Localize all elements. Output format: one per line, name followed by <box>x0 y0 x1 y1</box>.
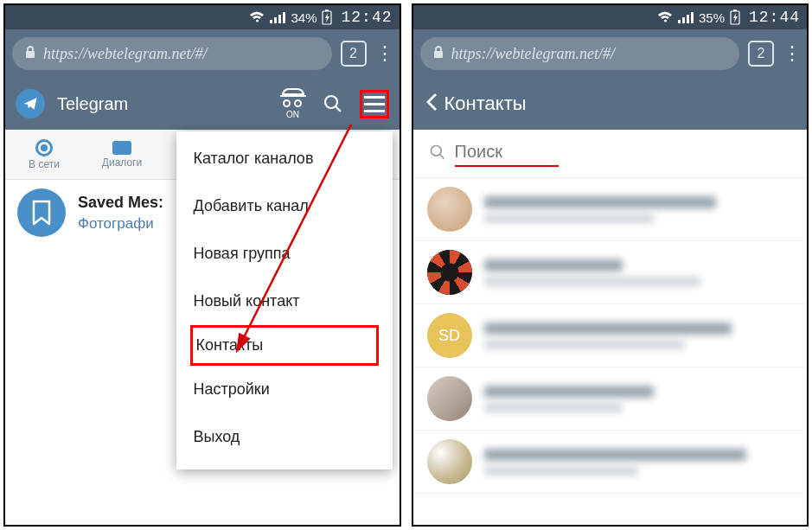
url-box[interactable]: https://webtelegram.net/#/ <box>420 37 740 70</box>
contact-row[interactable] <box>413 241 808 304</box>
svg-line-8 <box>336 106 341 112</box>
battery-icon <box>322 10 332 25</box>
svg-rect-12 <box>687 15 689 23</box>
contact-row[interactable] <box>413 431 808 494</box>
incognito-label: ON <box>286 110 299 119</box>
status-bar: 34% 12:42 <box>5 5 400 29</box>
contact-text <box>484 449 794 476</box>
back-button[interactable] <box>425 91 438 118</box>
svg-rect-15 <box>733 10 737 11</box>
battery-text: 35% <box>699 10 725 25</box>
svg-rect-13 <box>691 12 694 23</box>
menu-button[interactable] <box>360 90 389 118</box>
contact-text <box>484 196 794 223</box>
phone-right: 35% 12:44 https://webtelegram.net/#/ 2 ⋮… <box>412 3 809 527</box>
dialogs-icon <box>112 141 131 155</box>
avatar <box>427 376 472 421</box>
signal-icon <box>678 11 694 23</box>
status-time: 12:42 <box>341 9 392 26</box>
phone-left: 34% 12:42 https://webtelegram.net/#/ 2 ⋮… <box>3 3 401 527</box>
tab-count[interactable]: 2 <box>748 41 774 67</box>
menu-item-add-channel[interactable]: Добавить канал <box>176 182 393 230</box>
contact-text <box>484 259 794 286</box>
avatar <box>427 250 472 295</box>
search-input[interactable] <box>455 140 559 167</box>
battery-text: 34% <box>291 10 316 25</box>
dropdown-menu: Каталог каналов Добавить канал Новая гру… <box>176 131 393 469</box>
wifi-icon <box>657 11 673 23</box>
svg-rect-3 <box>283 12 285 23</box>
search-button[interactable] <box>318 93 348 114</box>
tab-online[interactable]: В сети <box>5 130 83 179</box>
svg-line-18 <box>439 154 444 158</box>
avatar <box>427 439 472 484</box>
menu-item-settings[interactable]: Настройки <box>176 366 393 413</box>
svg-rect-10 <box>678 20 681 23</box>
contacts-list: SD <box>413 178 808 525</box>
chat-name: Saved Mes: <box>78 194 163 212</box>
app-title: Telegram <box>57 94 268 114</box>
menu-item-new-contact[interactable]: Новый контакт <box>176 278 393 325</box>
status-bar: 35% 12:44 <box>413 5 808 29</box>
svg-point-7 <box>325 96 337 108</box>
menu-item-channels-catalog[interactable]: Каталог каналов <box>176 135 393 182</box>
svg-rect-2 <box>278 15 281 23</box>
contact-row[interactable] <box>413 367 808 431</box>
status-time: 12:44 <box>749 9 800 26</box>
avatar <box>427 187 472 232</box>
lock-icon <box>24 45 36 63</box>
contact-text <box>484 386 794 412</box>
contact-text <box>484 322 794 349</box>
browser-bar: https://webtelegram.net/#/ 2 ⋮ <box>5 29 400 78</box>
search-icon <box>323 93 343 114</box>
url-box[interactable]: https://webtelegram.net/#/ <box>12 37 332 70</box>
tab-count[interactable]: 2 <box>341 41 367 67</box>
incognito-icon <box>280 88 306 109</box>
svg-rect-0 <box>270 20 272 23</box>
menu-item-new-group[interactable]: Новая группа <box>176 230 393 278</box>
svg-rect-16 <box>434 51 443 58</box>
url-text: https://webtelegram.net/#/ <box>451 45 615 63</box>
browser-menu-icon[interactable]: ⋮ <box>783 42 800 65</box>
contacts-header: Контакты <box>413 78 808 130</box>
menu-item-contacts[interactable]: Контакты <box>190 325 379 366</box>
tab-online-label: В сети <box>29 158 60 170</box>
svg-rect-6 <box>26 51 35 58</box>
telegram-logo-icon[interactable] <box>16 89 45 118</box>
avatar: SD <box>427 313 472 358</box>
chat-subtitle: Фотографи <box>78 215 163 233</box>
contact-row[interactable]: SD <box>413 304 808 367</box>
url-text: https://webtelegram.net/#/ <box>43 45 207 63</box>
search-icon <box>429 144 446 164</box>
browser-menu-icon[interactable]: ⋮ <box>375 42 393 65</box>
battery-icon <box>730 10 740 25</box>
browser-bar: https://webtelegram.net/#/ 2 ⋮ <box>413 29 808 78</box>
bookmark-icon <box>30 200 53 226</box>
search-row <box>413 130 808 178</box>
contacts-title: Контакты <box>444 93 527 115</box>
lock-icon <box>432 45 444 63</box>
telegram-header: Telegram ON <box>5 78 400 130</box>
wifi-icon <box>249 11 265 23</box>
svg-rect-1 <box>274 17 277 23</box>
incognito-toggle[interactable]: ON <box>280 88 306 119</box>
tab-dialogs[interactable]: Диалоги <box>83 130 161 179</box>
online-icon <box>35 139 53 156</box>
saved-messages-avatar <box>17 188 66 237</box>
svg-point-17 <box>431 145 441 156</box>
signal-icon <box>270 11 285 23</box>
svg-rect-11 <box>682 17 685 23</box>
menu-item-logout[interactable]: Выход <box>176 413 393 461</box>
contact-row[interactable] <box>413 178 808 241</box>
hamburger-icon <box>364 96 385 112</box>
highlight-box-menu <box>360 90 389 118</box>
svg-rect-5 <box>325 10 329 11</box>
chevron-left-icon <box>425 93 438 112</box>
